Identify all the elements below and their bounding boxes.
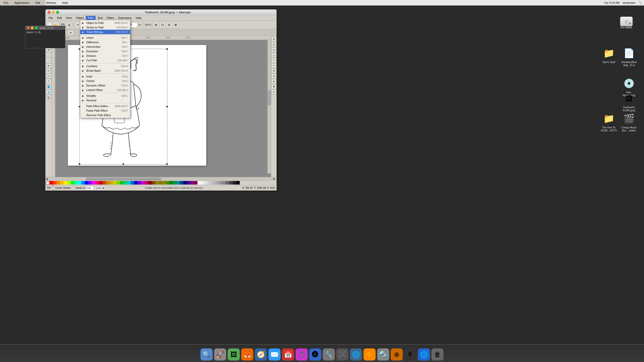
menu-remove-path-effect[interactable]: Remove Path Effect xyxy=(80,113,130,117)
palette-color-swatch[interactable] xyxy=(113,181,116,185)
right-btn10[interactable]: ✱ xyxy=(271,84,276,89)
palette-color-swatch[interactable] xyxy=(138,181,141,185)
palette-color-swatch[interactable] xyxy=(190,181,194,185)
menu-difference[interactable]: ◈ Difference Ctrl+- xyxy=(80,40,130,44)
affect-size-btn[interactable]: ⊡ xyxy=(159,22,166,28)
dock-network[interactable]: 🌐 xyxy=(349,346,363,361)
fill-swatch[interactable] xyxy=(52,186,55,190)
pencil-tool[interactable]: ✏ xyxy=(46,68,51,73)
palette-color-swatch[interactable] xyxy=(53,181,57,185)
desktop-icon-thehowto[interactable]: 🖼 TheHowToSCAN.jpeg xyxy=(619,91,639,113)
right-btn7[interactable]: ⚙ xyxy=(271,68,276,73)
palette-color-swatch[interactable] xyxy=(215,181,219,185)
palette-color-swatch[interactable] xyxy=(109,181,113,185)
handle-right[interactable] xyxy=(166,106,168,108)
palette-color-swatch[interactable] xyxy=(141,181,145,185)
right-btn8[interactable]: ⊛ xyxy=(271,74,276,79)
menu-view[interactable]: View xyxy=(64,16,74,20)
dock-utilities[interactable]: 🔧 xyxy=(322,346,335,361)
palette-color-swatch[interactable] xyxy=(78,181,81,185)
gradient-tool[interactable]: ▥ xyxy=(46,95,51,100)
palette-color-swatch[interactable] xyxy=(162,181,166,185)
right-btn2[interactable]: ⊟ xyxy=(271,42,276,47)
desktop-icon-howto-scre[interactable]: 📁 The How ToSCRE...HOTS xyxy=(599,111,619,133)
palette-color-swatch[interactable] xyxy=(219,181,222,185)
dock-itunes[interactable]: 🎵 xyxy=(295,346,308,361)
handle-top-right[interactable] xyxy=(166,48,168,50)
palette-color-swatch[interactable] xyxy=(92,181,95,185)
menu-dynamic-offset[interactable]: ◈ Dynamic Offset Ctrl+J xyxy=(80,83,130,88)
menu-path-effect-editor[interactable]: Path Effect Editor... Shift+Ctrl+7 xyxy=(80,104,130,108)
palette-color-swatch[interactable] xyxy=(212,181,215,185)
palette-color-swatch[interactable] xyxy=(169,181,173,185)
applications-menu[interactable]: Applications xyxy=(13,1,31,5)
palette-color-swatch[interactable] xyxy=(229,181,233,185)
palette-color-swatch[interactable] xyxy=(236,181,240,185)
handle-bottom-right[interactable] xyxy=(166,163,168,165)
pen-tool[interactable]: 🖊 xyxy=(46,74,51,79)
menu-intersection[interactable]: ◈ Intersection Ctrl+* xyxy=(80,44,130,49)
palette-color-swatch[interactable] xyxy=(159,181,162,185)
maximize-button[interactable] xyxy=(56,11,59,14)
menu-object[interactable]: Object xyxy=(74,16,86,20)
dock-firefox[interactable]: 🦊 xyxy=(241,346,254,361)
right-btn9[interactable]: ⊗ xyxy=(271,79,276,84)
menu-exclusion[interactable]: ◈ Exclusion Ctrl+^ xyxy=(80,49,130,54)
hscroll-thumb[interactable] xyxy=(86,178,161,180)
horizontal-scrollbar[interactable]: ◀ ▶ xyxy=(46,177,276,180)
minimize-button[interactable] xyxy=(52,11,55,14)
menu-combine[interactable]: ◈ Combine Ctrl+K xyxy=(80,64,130,68)
terminal-minimize-btn[interactable] xyxy=(31,26,34,29)
star-tool[interactable]: ★ xyxy=(46,63,51,68)
menu-extensions[interactable]: Extensions xyxy=(116,16,134,20)
dock-photos[interactable]: 🖼 xyxy=(227,346,240,361)
palette-color-swatch[interactable] xyxy=(166,181,169,185)
menu-break-apart[interactable]: ◈ Break Apart Shift+Ctrl+K xyxy=(80,68,130,73)
right-btn4[interactable]: 🔍 xyxy=(271,53,276,58)
handle-bottom-left[interactable] xyxy=(78,163,80,165)
dock-settings[interactable]: 🔩 xyxy=(377,346,390,361)
affect-pos-btn[interactable]: ⊞ xyxy=(153,22,159,28)
menu-union[interactable]: ◈ Union Ctrl++ xyxy=(80,35,130,40)
menu-cut-path[interactable]: ◈ Cut Path Ctrl+Alt+/ xyxy=(80,58,130,63)
rect-tool[interactable]: □ xyxy=(46,53,51,58)
palette-color-swatch[interactable] xyxy=(173,181,176,185)
menu-edit[interactable]: Edit xyxy=(55,16,64,20)
search-icon[interactable]: 🔍 xyxy=(638,1,642,4)
desktop-icon-creepy-music[interactable]: 🎬 Creepy MusicBox ...webm xyxy=(619,111,639,133)
close-button[interactable] xyxy=(48,11,51,14)
palette-color-swatch[interactable] xyxy=(197,181,201,185)
palette-color-swatch[interactable] xyxy=(176,181,180,185)
right-btn6[interactable]: ≡ xyxy=(271,63,276,68)
palette-color-swatch[interactable] xyxy=(102,181,106,185)
palette-color-swatch[interactable] xyxy=(67,181,71,185)
stroke-swatch[interactable] xyxy=(71,186,75,190)
palette-color-swatch[interactable] xyxy=(201,181,205,185)
right-btn5[interactable]: T xyxy=(271,58,276,63)
vertical-scrollbar[interactable] xyxy=(267,40,271,173)
menu-reverse[interactable]: ◈ Reverse xyxy=(80,98,130,103)
text-tool[interactable]: T xyxy=(46,79,51,84)
palette-color-swatch[interactable] xyxy=(60,181,64,185)
menu-file[interactable]: File xyxy=(47,16,55,20)
menu-filters[interactable]: Filters xyxy=(105,16,116,20)
dock-finder[interactable]: 🔍 xyxy=(200,346,213,361)
style-select[interactable]: |root| xyxy=(95,186,106,190)
menu-division[interactable]: ◈ Division Ctrl+/ xyxy=(80,54,130,58)
snap-btn4[interactable]: ⊕ xyxy=(68,30,74,35)
desktop-icon-no-name[interactable]: ⊟ NO NAME xyxy=(616,16,636,30)
dock-safari[interactable]: 🧭 xyxy=(254,346,267,361)
dock-ie[interactable]: 🌐 xyxy=(417,346,430,361)
palette-color-swatch[interactable] xyxy=(95,181,99,185)
help-menu[interactable]: Help xyxy=(60,1,70,5)
ellipse-tool[interactable]: ○ xyxy=(46,58,51,63)
dock-audio[interactable]: 🎙 xyxy=(404,346,417,361)
eyedropper-tool[interactable]: 💧 xyxy=(46,89,51,95)
dock-appstore[interactable]: 🅐 xyxy=(309,346,322,361)
palette-color-swatch[interactable] xyxy=(124,181,127,185)
dock-trash[interactable]: 🗑 xyxy=(431,346,444,361)
palette-color-swatch[interactable] xyxy=(64,181,67,185)
scroll-right-btn[interactable]: ▶ xyxy=(273,178,276,180)
palette-color-swatch[interactable] xyxy=(57,181,60,185)
vscroll-thumb[interactable] xyxy=(268,90,271,105)
